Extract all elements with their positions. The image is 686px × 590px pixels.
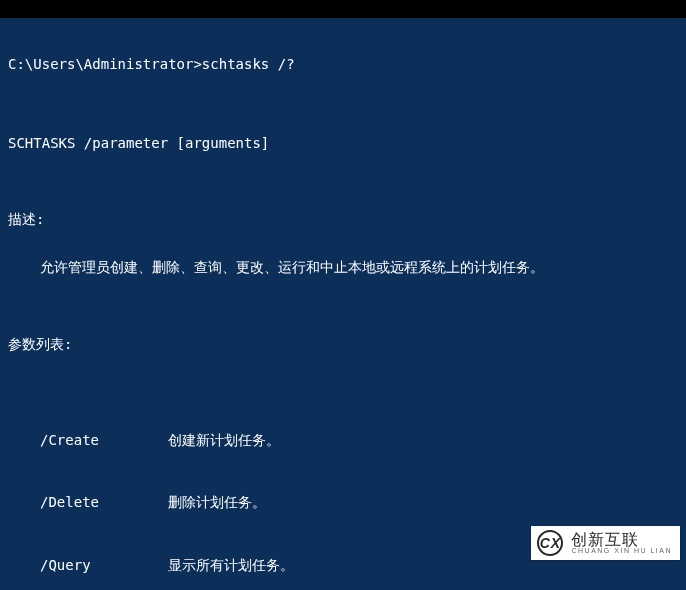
param-row: /Delete 删除计划任务。 (40, 494, 678, 510)
usage-line: SCHTASKS /parameter [arguments] (8, 135, 678, 151)
param-name: /Create (40, 432, 168, 448)
param-name: /Query (40, 557, 168, 573)
command-prompt: C:\Users\Administrator>schtasks /? (8, 56, 678, 72)
description-label: 描述: (8, 211, 678, 227)
watermark-badge: CX 创新互联 CHUANG XIN HU LIAN (531, 526, 680, 560)
watermark-main-text: 创新互联 (571, 532, 672, 548)
param-name: /Delete (40, 494, 168, 510)
param-desc: 删除计划任务。 (168, 494, 678, 510)
param-desc: 创建新计划任务。 (168, 432, 678, 448)
param-row: /Create 创建新计划任务。 (40, 432, 678, 448)
watermark-sub-text: CHUANG XIN HU LIAN (571, 547, 672, 554)
terminal-output: C:\Users\Administrator>schtasks /? SCHTA… (0, 18, 686, 590)
description-text: 允许管理员创建、删除、查询、更改、运行和中止本地或远程系统上的计划任务。 (8, 259, 678, 275)
window-titlebar (0, 0, 686, 18)
watermark-logo-icon: CX (537, 530, 563, 556)
params-label: 参数列表: (8, 336, 678, 352)
